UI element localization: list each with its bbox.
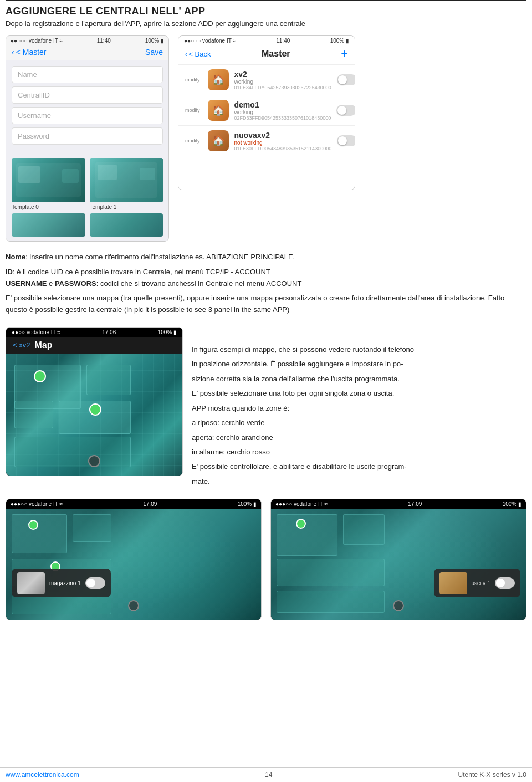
device-2-toggle[interactable] bbox=[337, 135, 355, 146]
id-text: : è il codice UID ce è possibile trovare… bbox=[13, 268, 270, 276]
device-0-icon: 🏠 bbox=[208, 69, 229, 90]
map-desc-line8: in allarme: cerchio rosso bbox=[192, 446, 526, 458]
zone-toggle-right[interactable] bbox=[495, 577, 515, 589]
username-input[interactable]: Username bbox=[12, 107, 163, 124]
left-phone-form: Name CentrallID Username Password bbox=[6, 60, 168, 154]
template-1-thumb[interactable]: Template 1 bbox=[90, 158, 163, 210]
add-device-button[interactable]: + bbox=[341, 48, 348, 60]
device-1-info: demo1 working 02FD33FFD90542533333507610… bbox=[234, 100, 331, 121]
map-nav-bar: < xv2 Map bbox=[6, 337, 182, 354]
bottom-right-status: ●●●○○ vodafone IT ≈ 17:09 100% ▮ bbox=[271, 499, 526, 509]
page-footer: www.amcelettronica.com 14 Utente K-X ser… bbox=[0, 767, 532, 782]
device-0-status: working bbox=[234, 79, 331, 85]
zone-label-left: magazzino 1 bbox=[49, 580, 81, 586]
right-phone-status-bar: ●●○○○ vodafone IT ≈ 11:40 100% ▮ bbox=[178, 36, 355, 45]
map-signal: ●●○○ vodafone IT ≈ bbox=[12, 329, 60, 335]
id-label: ID bbox=[6, 268, 13, 276]
map-desc-line1: In figura esempi di mappe, che si posson… bbox=[192, 344, 526, 355]
centralid-input[interactable]: CentrallID bbox=[12, 86, 163, 104]
template-1-image bbox=[90, 158, 163, 202]
left-back-button[interactable]: ‹ < Master bbox=[12, 48, 47, 57]
password-label: PASSWORS bbox=[55, 279, 96, 288]
device-1-status: working bbox=[234, 109, 331, 115]
map-status-bar: ●●○○ vodafone IT ≈ 17:06 100% ▮ bbox=[6, 328, 182, 337]
br-room-2 bbox=[343, 514, 385, 545]
nome-text: : inserire un nome come riferimento dell… bbox=[25, 253, 295, 261]
bottom-left-map: magazzino 1 bbox=[6, 509, 261, 620]
map-desc-line7: aperta: cerchio arancione bbox=[192, 432, 526, 443]
chevron-left-icon-right: ‹ bbox=[185, 50, 187, 58]
connector-text: e bbox=[47, 279, 54, 288]
zone-popup-right: uscita 1 bbox=[434, 569, 520, 597]
device-0-uid: 01FE34FFDA054257393030267225430000 bbox=[234, 85, 331, 90]
map-desc-line2: in posizione orizzontale. È possibile ag… bbox=[192, 358, 526, 370]
template-extra-1 bbox=[90, 213, 163, 237]
id-description: ID: è il codice UID ce è possibile trova… bbox=[6, 267, 526, 290]
bl-dot-bottom[interactable] bbox=[128, 600, 139, 611]
name-input[interactable]: Name bbox=[12, 66, 163, 83]
password-input[interactable]: Password bbox=[12, 127, 163, 145]
left-save-button[interactable]: Save bbox=[145, 48, 163, 57]
template-0-thumb[interactable]: Template 0 bbox=[12, 158, 85, 210]
page-header: AGGIUNGERE LE CENTRALI NELL' APP Dopo la… bbox=[0, 1, 532, 31]
template-extra-row bbox=[6, 213, 168, 241]
right-battery: 100% ▮ bbox=[330, 38, 349, 44]
bottom-screenshots: ●●●○○ vodafone IT ≈ 17:09 100% ▮ magazzi… bbox=[0, 494, 532, 625]
bottom-left-time: 17:09 bbox=[143, 501, 157, 507]
page-subtitle: Dopo la registrazione e l'apertura dell'… bbox=[6, 19, 526, 28]
footer-website[interactable]: www.amcelettronica.com bbox=[6, 771, 79, 779]
right-phone-nav: ‹ < Back Master + bbox=[178, 45, 355, 65]
device-0-info: xv2 working 01FE34FFDA054257393030267225… bbox=[234, 70, 331, 90]
bottom-right-time: 17:09 bbox=[408, 501, 422, 507]
room-5 bbox=[14, 437, 131, 467]
right-phone-mockup: ●●○○○ vodafone IT ≈ 11:40 100% ▮ ‹ < Bac… bbox=[178, 35, 355, 190]
bottom-left-signal: ●●●○○ vodafone IT ≈ bbox=[11, 501, 63, 507]
left-battery: 100% ▮ bbox=[145, 38, 164, 44]
device-0-modify[interactable]: modify bbox=[185, 77, 200, 83]
right-signal: ●●○○○ vodafone IT ≈ bbox=[184, 38, 236, 44]
map-desc-line10: mate. bbox=[192, 476, 526, 487]
left-phone-status-bar: ●●○○○ vodafone IT ≈ 11:40 100% ▮ bbox=[6, 36, 168, 45]
map-image bbox=[6, 354, 182, 476]
bl-room-2 bbox=[73, 514, 111, 542]
map-time: 17:06 bbox=[102, 329, 116, 335]
device-1-uid: 02FD33FFD9054253333350761018430000 bbox=[234, 115, 331, 121]
device-item-xv2: modify 🏠 xv2 working 01FE34FFDA054257393… bbox=[178, 65, 355, 95]
device-2-modify[interactable]: modify bbox=[185, 138, 200, 144]
right-nav-title: Master bbox=[262, 49, 290, 59]
zone-toggle-left[interactable] bbox=[85, 577, 105, 589]
device-2-info: nuovaxv2 not working 01FE30FFDD054348393… bbox=[234, 131, 332, 151]
left-signal: ●●○○○ vodafone IT ≈ bbox=[11, 38, 63, 44]
device-2-uid: 01FE30FFDD054348393535152114300000 bbox=[234, 146, 332, 151]
map-battery: 100% ▮ bbox=[158, 329, 177, 335]
bottom-left-status: ●●●○○ vodafone IT ≈ 17:09 100% ▮ bbox=[6, 499, 261, 509]
map-back-button[interactable]: < xv2 bbox=[13, 341, 30, 349]
device-1-toggle[interactable] bbox=[336, 105, 355, 116]
zone-dot-bottom[interactable] bbox=[88, 455, 100, 467]
map-desc-line9: E' possibile controllolare, e abilitare … bbox=[192, 461, 526, 472]
footer-page-number: 14 bbox=[265, 771, 272, 779]
br-dot-bottom[interactable] bbox=[393, 600, 404, 611]
body-description: E' possibile selezionare una mappa (tra … bbox=[6, 293, 526, 316]
username-label: USERNAME bbox=[6, 279, 47, 288]
br-room-1 bbox=[277, 514, 337, 556]
zone-popup-left: magazzino 1 bbox=[12, 569, 111, 597]
device-1-icon: 🏠 bbox=[208, 100, 229, 121]
zone-dot-1[interactable] bbox=[34, 370, 46, 382]
device-2-icon: 🏠 bbox=[208, 130, 229, 151]
device-0-toggle[interactable] bbox=[337, 74, 355, 85]
template-1-label: Template 1 bbox=[90, 204, 163, 210]
chevron-left-icon: ‹ bbox=[12, 48, 14, 57]
uscita-image bbox=[439, 572, 467, 594]
device-0-name: xv2 bbox=[234, 70, 331, 79]
zone-dot-2[interactable] bbox=[89, 403, 101, 416]
map-phone-mockup: ●●○○ vodafone IT ≈ 17:06 100% ▮ < xv2 Ma… bbox=[6, 327, 183, 476]
left-phone-mockup: ●●○○○ vodafone IT ≈ 11:40 100% ▮ ‹ < Mas… bbox=[6, 35, 169, 242]
bottom-right-map: uscita 1 bbox=[271, 509, 526, 620]
br-room-3 bbox=[277, 559, 385, 586]
bottom-right-battery: 100% ▮ bbox=[503, 501, 521, 507]
right-back-button[interactable]: ‹ < Back bbox=[185, 50, 211, 58]
nome-label: Nome bbox=[6, 253, 25, 261]
device-1-modify[interactable]: modify bbox=[185, 108, 200, 113]
map-desc-line5: APP mostra quando la zone è: bbox=[192, 402, 526, 414]
